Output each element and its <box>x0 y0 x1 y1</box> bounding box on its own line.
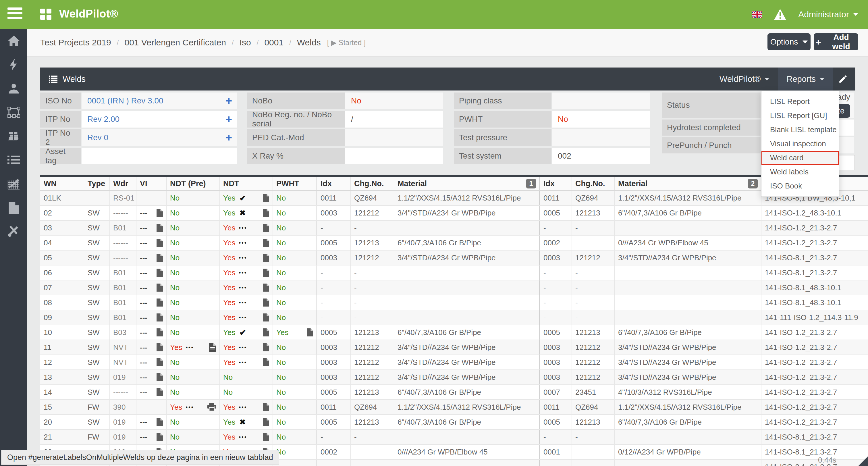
field-value[interactable]: Rev 0+ <box>82 129 237 146</box>
edit-panel-button[interactable] <box>833 67 853 91</box>
field-value[interactable]: Rev 2.00+ <box>82 111 237 128</box>
reports-menu[interactable]: Reports <box>778 67 833 91</box>
cell-chgno-1: 121213 <box>351 235 394 250</box>
doc-icon[interactable] <box>263 239 269 247</box>
doc-icon[interactable] <box>157 329 163 336</box>
field-value[interactable]: 0001 (IRN ) Rev 3.00+ <box>82 93 237 109</box>
page-icon[interactable] <box>209 343 216 352</box>
cell-type: SW <box>84 325 110 340</box>
cell-wn: 15 <box>40 400 84 414</box>
printer-icon[interactable] <box>207 403 216 411</box>
doc-icon[interactable] <box>263 358 269 366</box>
doc-icon[interactable] <box>263 403 269 411</box>
breadcrumb-item[interactable]: Welds <box>297 38 321 48</box>
doc-icon[interactable] <box>263 194 269 202</box>
cell-idx-2: - <box>540 310 572 325</box>
breadcrumb-item[interactable]: 0001 <box>264 38 283 48</box>
language-flag-icon[interactable] <box>752 11 762 18</box>
status-text: No <box>276 418 286 427</box>
sidebar-item-iso-frame[interactable] <box>0 100 27 124</box>
cell-wps: 141-ISO-1.2_21.3-2.7 <box>762 235 868 250</box>
doc-icon[interactable] <box>157 269 163 277</box>
cell-pwht: No <box>273 250 317 265</box>
cell-ndt: Yes••• <box>220 235 273 250</box>
column-header-material: Material2 <box>615 176 762 190</box>
cell-type: SW <box>84 250 110 265</box>
sidebar-item-tools[interactable] <box>0 219 27 243</box>
doc-icon[interactable] <box>157 373 163 381</box>
doc-icon[interactable] <box>263 313 269 321</box>
field-value-text[interactable]: 0001 (IRN ) Rev 3.00 <box>87 96 163 105</box>
doc-icon[interactable] <box>263 418 269 426</box>
cell-wn: 02 <box>40 206 84 220</box>
doc-icon[interactable] <box>157 358 163 366</box>
doc-icon[interactable] <box>157 254 163 262</box>
sidebar-item-documents[interactable] <box>0 196 27 219</box>
apps-grid-icon[interactable] <box>40 9 52 20</box>
cell-wdr: ------ <box>110 235 136 250</box>
doc-icon[interactable] <box>157 224 163 232</box>
breadcrumb-item[interactable]: 001 Verlengen Certificaten <box>124 38 226 48</box>
field-value-text[interactable]: Rev 0 <box>87 133 108 142</box>
doc-icon[interactable] <box>263 433 269 441</box>
sidebar-item-users[interactable] <box>0 76 27 100</box>
cell-type: SW <box>84 265 110 280</box>
column-header-chg-no-: Chg.No. <box>351 176 394 190</box>
cell-material-1: 6"/40/7,3/A106 Gr B/Pipe <box>394 414 540 430</box>
doc-icon[interactable] <box>263 329 269 336</box>
menu-item-weld-card[interactable]: Weld card <box>762 151 839 165</box>
doc-icon[interactable] <box>157 388 163 396</box>
menu-item-lisl-report-gu-[interactable]: LISL Report [GU] <box>762 108 839 123</box>
doc-icon[interactable] <box>157 418 163 426</box>
vi-dashes: --- <box>140 433 147 442</box>
doc-icon[interactable] <box>263 269 269 277</box>
cell-material-1: 3/4"/STD//A234 Gr WPB/Pipe <box>394 340 540 355</box>
cell-wdr: B01 <box>110 280 136 295</box>
menu-item-weld-labels[interactable]: Weld labels <box>762 165 839 179</box>
cell-vi: --- <box>136 235 166 250</box>
vi-dashes: --- <box>140 343 147 352</box>
sidebar-item-dashboard-flash[interactable] <box>0 53 27 76</box>
doc-icon[interactable] <box>307 329 313 336</box>
cell-idx-1: - <box>317 295 351 310</box>
x-mark-icon: ✖ <box>239 209 246 217</box>
doc-icon[interactable] <box>263 299 269 307</box>
warning-icon[interactable] <box>774 9 786 20</box>
table-row: 07SWB01---NoYes•••No----141-ISO-8.1_48.3… <box>40 280 868 295</box>
breadcrumb-item[interactable]: Test Projects 2019 <box>40 38 111 48</box>
user-menu[interactable]: Administrator <box>798 9 858 19</box>
doc-icon[interactable] <box>157 209 163 217</box>
add-weld-button[interactable]: +Add weld <box>814 33 858 50</box>
doc-icon[interactable] <box>263 343 269 351</box>
doc-icon[interactable] <box>157 343 163 351</box>
menu-item-iso-book[interactable]: ISO Book <box>762 179 839 193</box>
breadcrumb-item[interactable]: Iso <box>240 38 251 48</box>
doc-icon[interactable] <box>157 284 163 291</box>
doc-icon[interactable] <box>263 209 269 217</box>
welds-table-head: WNTypeWdrVINDT (Pre)NDTPWHTIdxChg.No.Mat… <box>40 176 868 190</box>
cell-wps: 141-ISO-1.2_21.3-2.7 <box>762 220 868 235</box>
cell-chgno-1: 121212 <box>351 206 394 220</box>
sidebar-item-materials[interactable] <box>0 124 27 148</box>
cell-pwht: No <box>273 280 317 295</box>
field-value-text[interactable]: Rev 2.00 <box>87 115 120 124</box>
options-button[interactable]: Options <box>768 33 811 50</box>
table-row: 05SW---------NoYes•••No00031212123/4"/ST… <box>40 250 868 265</box>
doc-icon[interactable] <box>263 254 269 262</box>
doc-icon[interactable] <box>157 239 163 247</box>
cell-material-1: 6"/40/7,3/A106 Gr B/Pipe <box>394 325 540 340</box>
doc-icon[interactable] <box>157 313 163 321</box>
weldpilot-menu[interactable]: WeldPilot® <box>711 67 778 91</box>
doc-icon[interactable] <box>157 299 163 307</box>
cell-wps: 141-ISO-1.2_21.3-2.7 <box>762 325 868 340</box>
sidebar-item-home[interactable] <box>0 29 27 53</box>
menu-toggle-icon[interactable] <box>7 7 22 21</box>
menu-item-lisl-report[interactable]: LISL Report <box>762 95 839 108</box>
sidebar-item-weld-list[interactable] <box>0 148 27 172</box>
menu-item-blank-lisl-template[interactable]: Blank LISL template <box>762 123 839 137</box>
doc-icon[interactable] <box>263 284 269 291</box>
menu-item-visual-inspection[interactable]: Visual inspection <box>762 137 839 151</box>
sidebar-item-progress-chart[interactable] <box>0 172 27 196</box>
doc-icon[interactable] <box>263 224 269 232</box>
doc-icon[interactable] <box>157 433 163 441</box>
